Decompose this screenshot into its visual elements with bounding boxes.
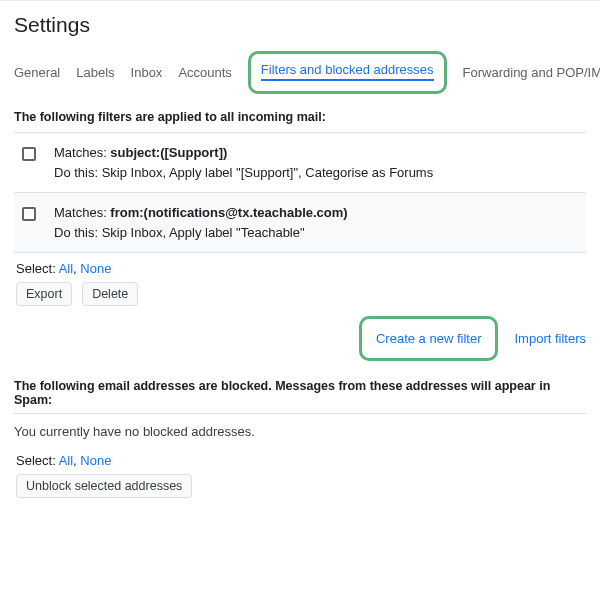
blocked-empty-text: You currently have no blocked addresses.: [14, 424, 586, 439]
filter-row: Matches: from:(notifications@tx.teachabl…: [14, 193, 586, 253]
tab-filters-highlight: Filters and blocked addresses: [248, 51, 447, 94]
delete-button[interactable]: Delete: [82, 282, 138, 306]
matches-value: subject:([Support]): [110, 145, 227, 160]
settings-tabs: General Labels Inbox Accounts Filters an…: [14, 51, 586, 94]
filter-buttons: Export Delete: [16, 282, 586, 306]
select-all-link[interactable]: All: [59, 261, 73, 276]
tab-inbox[interactable]: Inbox: [131, 65, 163, 80]
select-row: Select: All, None: [16, 261, 586, 276]
filter-checkbox[interactable]: [22, 147, 36, 161]
blocked-select-row: Select: All, None: [16, 453, 586, 468]
import-filters-link[interactable]: Import filters: [514, 331, 586, 346]
create-filter-link[interactable]: Create a new filter: [376, 331, 482, 346]
blocked-select-all-link[interactable]: All: [59, 453, 73, 468]
blocked-select-none-link[interactable]: None: [80, 453, 111, 468]
export-button[interactable]: Export: [16, 282, 72, 306]
filter-text: Matches: from:(notifications@tx.teachabl…: [54, 203, 348, 242]
select-prefix: Select:: [16, 453, 59, 468]
filter-text: Matches: subject:([Support]) Do this: Sk…: [54, 143, 433, 182]
tab-accounts[interactable]: Accounts: [178, 65, 231, 80]
filters-intro: The following filters are applied to all…: [14, 110, 586, 124]
filter-row: Matches: subject:([Support]) Do this: Sk…: [14, 133, 586, 193]
blocked-buttons: Unblock selected addresses: [16, 474, 586, 498]
divider: [14, 413, 586, 414]
matches-label: Matches:: [54, 205, 110, 220]
tab-general[interactable]: General: [14, 65, 60, 80]
unblock-button[interactable]: Unblock selected addresses: [16, 474, 192, 498]
create-filter-highlight: Create a new filter: [359, 316, 499, 361]
filter-checkbox[interactable]: [22, 207, 36, 221]
matches-value: from:(notifications@tx.teachable.com): [110, 205, 347, 220]
blocked-intro: The following email addresses are blocke…: [14, 379, 586, 407]
filter-list: Matches: subject:([Support]) Do this: Sk…: [14, 132, 586, 253]
filter-actions: Create a new filter Import filters: [14, 316, 586, 361]
dothis-text: Do this: Skip Inbox, Apply label "[Suppo…: [54, 165, 433, 180]
dothis-text: Do this: Skip Inbox, Apply label "Teacha…: [54, 225, 305, 240]
tab-forwarding[interactable]: Forwarding and POP/IMAP: [463, 65, 600, 80]
select-none-link[interactable]: None: [80, 261, 111, 276]
select-prefix: Select:: [16, 261, 59, 276]
tab-filters[interactable]: Filters and blocked addresses: [261, 62, 434, 81]
page-title: Settings: [14, 13, 586, 37]
tab-labels[interactable]: Labels: [76, 65, 114, 80]
matches-label: Matches:: [54, 145, 110, 160]
